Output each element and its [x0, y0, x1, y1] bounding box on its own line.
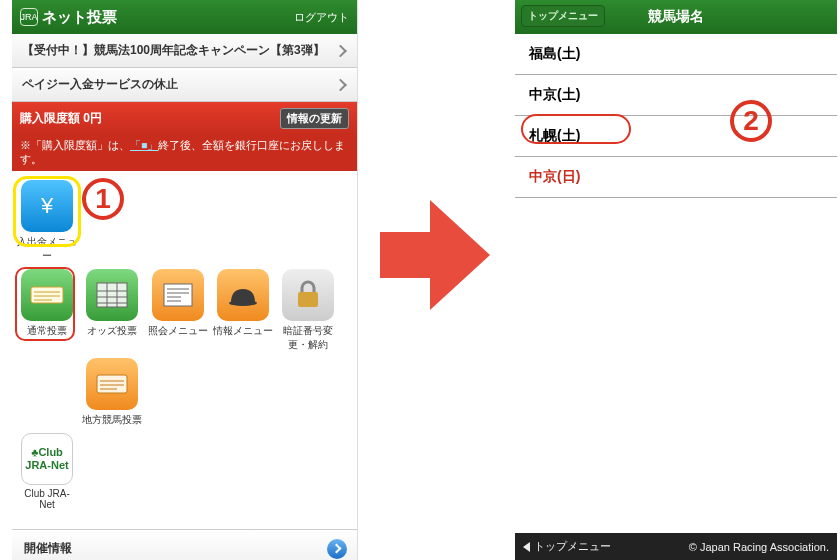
purchase-limit-note: ※「購入限度額」は、「■」終了後、全額を銀行口座にお戻しします。 [12, 135, 357, 171]
svg-rect-16 [298, 292, 318, 307]
track-row-chukyo-sun[interactable]: 中京(日) [515, 157, 837, 198]
triangle-left-icon [523, 542, 530, 552]
note-link[interactable]: 「■」 [130, 139, 158, 151]
svg-rect-0 [31, 287, 63, 303]
svg-point-15 [229, 300, 257, 306]
note-pre: ※「購入限度額」は、 [20, 139, 130, 151]
track-row-fukushima[interactable]: 福島(土) [515, 34, 837, 75]
menu-odds-bet-label: オッズ投票 [82, 324, 142, 338]
big-red-arrow [380, 200, 490, 310]
menu-inquiry[interactable]: 照会メニュー [148, 269, 208, 338]
svg-rect-10 [164, 284, 192, 306]
footer-back-label: トップメニュー [534, 540, 611, 552]
ticket-icon [21, 269, 73, 321]
svg-rect-17 [97, 375, 127, 393]
section-event-info[interactable]: 開催情報 [12, 529, 357, 560]
page-title: 競馬場名 [648, 8, 704, 26]
logout-button[interactable]: ログアウト [294, 10, 349, 25]
club-icon: ♣ClubJRA-Net [21, 433, 73, 485]
menu-normal-bet-label: 通常投票 [17, 324, 77, 338]
menu-odds-bet[interactable]: オッズ投票 [82, 269, 142, 338]
notice-campaign[interactable]: 【受付中！】競馬法100周年記念キャンペーン【第3弾】 [12, 34, 357, 68]
right-footer: トップメニュー © Japan Racing Association. [515, 533, 837, 560]
footer-back-link[interactable]: トップメニュー [523, 539, 611, 554]
notice-payeasy[interactable]: ペイジー入金サービスの休止 [12, 68, 357, 102]
menu-deposit[interactable]: ¥ 入出金メニュー [17, 180, 77, 263]
menu-club-jra-net[interactable]: ♣ClubJRA-Net Club JRA-Net [17, 433, 77, 510]
menu-local-label: 地方競馬投票 [82, 413, 142, 427]
annotation-highlight-sapporo [521, 114, 631, 144]
refresh-info-button[interactable]: 情報の更新 [280, 108, 349, 129]
chevron-right-icon [327, 539, 347, 559]
newspaper-icon [152, 269, 204, 321]
helmet-icon [217, 269, 269, 321]
jra-logo: JRA [20, 8, 38, 26]
menu-local-bet[interactable]: 地方競馬投票 [82, 358, 142, 427]
annotation-circle-1: 1 [82, 178, 124, 220]
menu-normal-bet[interactable]: 通常投票 [17, 269, 77, 338]
lock-icon [282, 269, 334, 321]
menu-pin-label: 暗証番号変更・解約 [278, 324, 338, 352]
table-icon [86, 269, 138, 321]
footer-copyright: © Japan Racing Association. [689, 541, 829, 553]
app-title: ネット投票 [42, 8, 294, 27]
back-button[interactable]: トップメニュー [521, 5, 605, 27]
menu-deposit-label: 入出金メニュー [17, 235, 77, 263]
right-header: トップメニュー 競馬場名 [515, 0, 837, 34]
menu-pin-change[interactable]: 暗証番号変更・解約 [278, 269, 338, 352]
local-ticket-icon [86, 358, 138, 410]
left-header: JRA ネット投票 ログアウト [12, 0, 357, 34]
purchase-limit-label: 購入限度額 0円 [20, 110, 102, 127]
menu-info-label: 情報メニュー [213, 324, 273, 338]
left-phone-screen: JRA ネット投票 ログアウト 【受付中！】競馬法100周年記念キャンペーン【第… [12, 0, 358, 560]
menu-club-label: Club JRA-Net [17, 488, 77, 510]
track-row-chukyo-sat[interactable]: 中京(土) [515, 75, 837, 116]
section-event-info-label: 開催情報 [24, 541, 72, 555]
right-phone-screen: トップメニュー 競馬場名 福島(土) 中京(土) 札幌(土) 中京(日) 2 ト… [515, 0, 837, 560]
menu-inquiry-label: 照会メニュー [148, 324, 208, 338]
menu-info[interactable]: 情報メニュー [213, 269, 273, 338]
annotation-circle-2: 2 [730, 100, 772, 142]
main-menu-grid: ¥ 入出金メニュー 通常投票 オッズ投票 照会メニュー [12, 171, 357, 519]
yen-icon: ¥ [21, 180, 73, 232]
purchase-limit-bar: 購入限度額 0円 情報の更新 [12, 102, 357, 135]
